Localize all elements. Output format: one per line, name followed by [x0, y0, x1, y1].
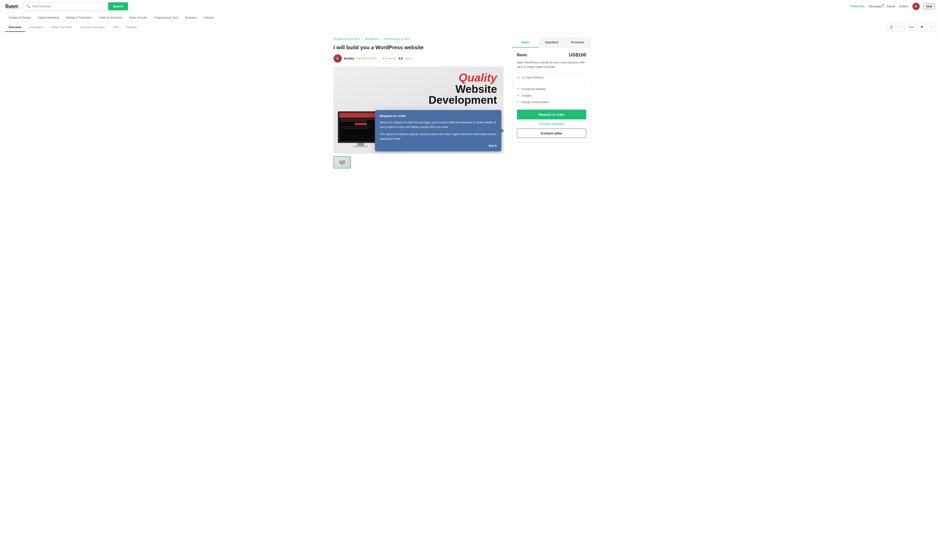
contact-seller-button[interactable]: Contact seller [517, 129, 586, 138]
flag-icon-btn[interactable]: ⚑ [918, 23, 926, 31]
tab-actions: ☰ ♡ 420 ⚑ ⤴ [888, 23, 935, 31]
gig-image-container: Quality Website Development [333, 66, 503, 168]
cat-graphic[interactable]: Graphic & Design [5, 13, 34, 22]
stars: ★★★★★ [382, 57, 396, 60]
tab-description[interactable]: Description [26, 22, 47, 32]
cat-writing[interactable]: Writing & Translation [63, 13, 96, 22]
breadcrumb-sep-2: > [380, 37, 382, 40]
cat-lifestyle[interactable]: Lifestyle [200, 13, 218, 22]
tab-reviews[interactable]: Reviews [123, 22, 140, 32]
breadcrumb-programming[interactable]: Programming & Tech [333, 37, 360, 40]
breadcrumb-wordpress[interactable]: Wordpress [365, 37, 379, 40]
search-icon: 🔍 [24, 5, 32, 8]
package-body: Basic US$100 Basic WordPress website for… [512, 48, 591, 142]
clock-icon: ⏲ [517, 75, 520, 79]
nav-right: Fiverr Pro Messages Saved Orders K $190 [850, 3, 935, 10]
menu-icon-btn[interactable]: ☰ [888, 23, 895, 31]
tooltip-body2: This option is limited to specific servi… [380, 132, 497, 141]
package-tabs: Basic Standard Premium [512, 37, 591, 48]
breadcrumb: Programming & Tech > Wordpress > Perform… [333, 37, 503, 40]
logo[interactable]: fiverr. [5, 3, 19, 10]
feature-1: ✓ Functional Website [517, 86, 586, 92]
feature-2: ✓ 3 pages [517, 92, 586, 99]
rating-number: 4.9 [398, 57, 403, 60]
tab-faq[interactable]: FAQ [110, 22, 122, 32]
pkg-name: Basic [517, 53, 527, 57]
check-icon-3: ✓ [517, 100, 520, 104]
quality-line3: Development [429, 95, 497, 105]
divider: | [379, 57, 380, 60]
feature-3: ✓ Design Customization [517, 99, 586, 105]
top-nav: fiverr. 🔍 Search Fiverr Pro Messages Sav… [0, 0, 940, 13]
seller-info: K kcrews Top Rated Seller | ★★★★★ 4.9 (1… [333, 54, 503, 63]
main-content: Programming & Tech > Wordpress > Perform… [328, 32, 612, 177]
check-icon-1: ✓ [517, 87, 520, 91]
likes-count: 420 [906, 24, 917, 30]
notification-dot [883, 4, 884, 6]
pkg-delivery: ⏲ 21 Days Delivery [517, 75, 586, 79]
divider-2 [517, 82, 586, 83]
right-column: Basic Standard Premium Basic US$100 Basi… [512, 37, 591, 172]
thumbnail-1[interactable]: Quality Website Dev [333, 156, 351, 168]
quality-line2: Website [429, 84, 497, 95]
orders-link[interactable]: Orders [899, 5, 908, 8]
cat-digital-marketing[interactable]: Digital Marketing [34, 13, 63, 22]
messages-link[interactable]: Messages [869, 5, 883, 8]
tooltip-popup: Request to order When you request to ord… [375, 110, 502, 151]
cat-video[interactable]: Video & Animation [96, 13, 126, 22]
tooltip-got-it[interactable]: Got it [380, 144, 497, 148]
cat-business[interactable]: Business [182, 13, 200, 22]
seller-avatar[interactable]: K [333, 54, 342, 63]
pkg-description: Basic WordPress website for your small b… [517, 60, 586, 69]
pkg-tab-premium[interactable]: Premium [565, 37, 591, 48]
breadcrumb-sep-1: > [361, 37, 363, 40]
tab-nav: Overview Description About The Seller Co… [0, 22, 940, 32]
gig-title: I will build you a WordPress website [333, 44, 503, 51]
left-column: Programming & Tech > Wordpress > Perform… [333, 37, 512, 172]
tab-about-seller[interactable]: About The Seller [48, 22, 76, 32]
delivery-text: 21 Days Delivery [522, 76, 543, 79]
gig-image: Quality Website Development [333, 66, 503, 154]
package-card: Basic Standard Premium Basic US$100 Basi… [512, 37, 591, 143]
cat-programming[interactable]: Programing & Tech [151, 13, 182, 22]
saved-link[interactable]: Saved [887, 5, 895, 8]
tooltip-title: Request to order [380, 114, 497, 118]
pkg-tab-basic[interactable]: Basic [512, 37, 539, 48]
category-nav: Graphic & Design Digital Marketing Writi… [0, 13, 940, 22]
tooltip-body1: When you request to order this package, … [380, 120, 497, 129]
review-count: (1K+) [405, 57, 412, 60]
quality-line1: Quality [429, 72, 497, 84]
quality-text-overlay: Quality Website Development [429, 72, 497, 105]
pkg-tab-standard[interactable]: Standard [539, 37, 565, 48]
request-order-button[interactable]: Request to order [517, 109, 586, 119]
pkg-features: ✓ Functional Website ✓ 3 pages ✓ Design … [517, 86, 586, 105]
share-icon-btn[interactable]: ⤴ [928, 23, 935, 31]
search-bar: 🔍 Search [23, 2, 128, 11]
pkg-price: US$100 [569, 52, 586, 58]
tab-compare-packages[interactable]: Compare Packages [77, 22, 108, 32]
check-icon-2: ✓ [517, 94, 520, 97]
avatar[interactable]: K [912, 3, 920, 10]
seller-name[interactable]: kcrews [344, 57, 354, 60]
tab-overview[interactable]: Overview [5, 22, 25, 32]
compare-packages-button[interactable]: Compare packages [517, 122, 586, 129]
heart-icon-btn[interactable]: ♡ [897, 23, 904, 31]
logo-dot: . [18, 3, 19, 9]
thumbnail-label: Quality Website Dev [338, 159, 346, 166]
thumbnail-strip: Quality Website Dev [333, 156, 503, 168]
logo-text: fiverr [5, 3, 18, 9]
pkg-header: Basic US$100 [517, 52, 586, 58]
search-input[interactable] [32, 3, 108, 10]
balance-badge[interactable]: $190 [924, 4, 935, 9]
search-button[interactable]: Search [108, 2, 128, 10]
breadcrumb-seo[interactable]: Performance & SEO [384, 37, 410, 40]
fiverr-pro-link[interactable]: Fiverr Pro [850, 5, 865, 8]
top-rated-badge: Top Rated Seller [357, 57, 377, 60]
cat-music[interactable]: Music & Audio [126, 13, 150, 22]
